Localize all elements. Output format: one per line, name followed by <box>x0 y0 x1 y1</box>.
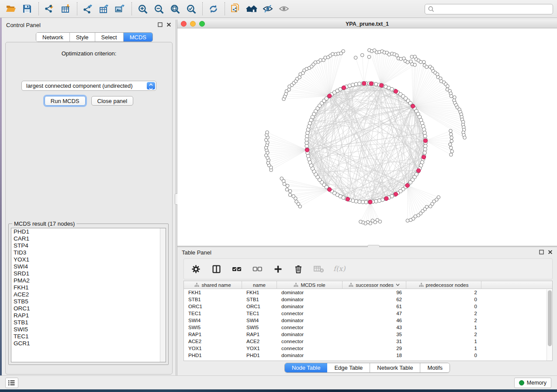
import-table-button[interactable] <box>59 2 72 15</box>
table-cell-shared_name: ACE2 <box>184 339 242 344</box>
window-close-icon[interactable] <box>181 21 187 27</box>
table-row[interactable]: ACE2ACE2connector311 <box>184 338 552 345</box>
table-row[interactable]: SWI5SWI5connector431 <box>184 324 552 331</box>
table-cell-name: FKH1 <box>242 290 277 295</box>
search-input[interactable] <box>435 5 553 13</box>
apply-layout-button[interactable] <box>207 2 220 15</box>
mcds-result-item[interactable]: TID3 <box>11 249 166 256</box>
mcds-result-item[interactable]: SRD1 <box>11 270 166 277</box>
zoom-out-button[interactable] <box>152 2 165 15</box>
mcds-result-item[interactable]: CAR1 <box>11 235 166 242</box>
control-panel-title: Control Panel <box>6 22 41 28</box>
zoom-fit-button[interactable] <box>168 2 181 15</box>
table-cell-successor_nodes: 18 <box>343 353 406 358</box>
table-row[interactable]: SWI4SWI4dominator462 <box>184 317 552 324</box>
control-panel-tab-network[interactable]: Network <box>36 33 70 41</box>
control-panel-tab-select[interactable]: Select <box>95 33 124 41</box>
table-row[interactable]: PHD1PHD1dominator180 <box>184 352 552 359</box>
mcds-result-item[interactable]: SWI5 <box>11 326 166 333</box>
node-table-scrollbar[interactable] <box>547 289 552 361</box>
table-cell-name: STB1 <box>242 297 277 302</box>
show-columns-button[interactable] <box>210 262 223 275</box>
table-row[interactable]: STB1STB1dominator620 <box>184 296 552 303</box>
memory-button[interactable]: Memory <box>514 378 551 388</box>
mcds-result-item[interactable]: FKH1 <box>11 284 166 291</box>
task-history-button[interactable] <box>5 378 18 388</box>
hide-graphics-details-button[interactable] <box>261 2 274 15</box>
mcds-result-item[interactable]: PHD1 <box>11 228 166 235</box>
criterion-select[interactable]: largest connected component (undirected) <box>21 81 156 91</box>
zoom-in-button[interactable] <box>136 2 149 15</box>
save-session-button[interactable] <box>21 2 34 15</box>
table-tab-edge-table[interactable]: Edge Table <box>327 363 370 372</box>
column-header-predecessor-nodes[interactable]: predecessor nodes <box>406 281 481 289</box>
select-all-button[interactable] <box>230 262 243 275</box>
table-options-button[interactable] <box>189 262 202 275</box>
network-canvas[interactable] <box>177 28 557 246</box>
memory-label: Memory <box>527 380 547 386</box>
float-panel-icon[interactable] <box>158 22 163 27</box>
import-network-button[interactable] <box>43 2 56 15</box>
control-panel-tab-style[interactable]: Style <box>70 33 95 41</box>
column-header-name[interactable]: name <box>242 281 277 289</box>
close-panel-icon[interactable] <box>166 22 171 27</box>
mcds-result-item[interactable]: YOX1 <box>11 256 166 263</box>
column-header-shared-name[interactable]: shared name <box>184 281 242 289</box>
table-row[interactable]: TEC1TEC1connector472 <box>184 310 552 317</box>
network-window-titlebar[interactable]: YPA_prune.txt_1 <box>177 20 557 28</box>
mcds-result-item[interactable]: ACE2 <box>11 291 166 298</box>
mcds-result-item[interactable]: STB1 <box>11 319 166 326</box>
table-cell-name: ACE2 <box>242 339 277 344</box>
mcds-result-item[interactable]: SWI4 <box>11 263 166 270</box>
close-panel-icon[interactable] <box>548 250 553 254</box>
run-mcds-button[interactable]: Run MCDS <box>45 96 86 106</box>
table-cell-predecessor_nodes: 0 <box>406 304 481 309</box>
open-session-button[interactable] <box>4 2 17 15</box>
table-cell-shared_name: STB1 <box>184 297 242 302</box>
export-network-button[interactable] <box>81 2 94 15</box>
delete-table-button <box>312 262 325 275</box>
show-hide-panels-button[interactable] <box>245 2 258 15</box>
table-tab-network-table[interactable]: Network Table <box>370 363 420 372</box>
mcds-result-item[interactable]: ORC1 <box>11 305 166 312</box>
table-cell-mcds_role: connector <box>277 346 343 351</box>
table-cell-name: ORC1 <box>242 304 277 309</box>
column-header-MCDS-role[interactable]: MCDS role <box>277 281 343 289</box>
table-row[interactable]: ORC1ORC1dominator610 <box>184 303 552 310</box>
create-column-button[interactable] <box>271 262 284 275</box>
toolbar-separator <box>38 2 39 15</box>
table-tab-node-table[interactable]: Node Table <box>285 363 328 372</box>
mcds-result-list[interactable]: PHD1CAR1STP4TID3YOX1SWI4SRD1PMA2FKH1ACE2… <box>11 228 166 362</box>
mcds-result-item[interactable]: PMA2 <box>11 277 166 284</box>
mcds-result-item[interactable]: TEC1 <box>11 333 166 340</box>
delete-columns-button[interactable] <box>292 262 305 275</box>
table-cell-predecessor_nodes: 2 <box>406 318 481 323</box>
table-cell-mcds_role: dominator <box>277 290 343 295</box>
mcds-result-item[interactable]: GCR1 <box>11 340 166 347</box>
mcds-result-item[interactable]: STP4 <box>11 242 166 249</box>
table-row[interactable]: YOX1YOX1connector291 <box>184 345 552 352</box>
column-header-successor-nodes[interactable]: successor nodes <box>343 281 406 289</box>
control-panel-tab-mcds[interactable]: MCDS <box>124 33 152 41</box>
table-tab-motifs[interactable]: Motifs <box>420 363 450 372</box>
network-graph[interactable] <box>177 28 557 246</box>
table-row[interactable]: RAP1RAP1dominator352 <box>184 331 552 338</box>
export-table-button[interactable] <box>97 2 111 15</box>
float-panel-icon[interactable] <box>539 250 544 254</box>
table-cell-successor_nodes: 61 <box>343 304 406 309</box>
close-panel-button[interactable]: Close panel <box>91 96 134 106</box>
mcds-result-item[interactable]: STB5 <box>11 298 166 305</box>
new-network-from-selection-button[interactable] <box>229 2 242 15</box>
mcds-result-item[interactable]: RAP1 <box>11 312 166 319</box>
window-minimize-icon[interactable] <box>190 21 196 27</box>
zoom-selected-button[interactable] <box>184 2 197 15</box>
deselect-all-button[interactable] <box>251 262 264 275</box>
show-graphics-details-button <box>277 2 291 15</box>
table-row[interactable]: FKH1FKH1dominator962 <box>184 289 552 296</box>
mcds-list-scrollbar[interactable] <box>160 228 166 362</box>
export-image-button[interactable] <box>114 2 127 15</box>
toolbar-separator <box>202 2 203 15</box>
table-cell-predecessor_nodes: 1 <box>406 339 481 344</box>
window-maximize-icon[interactable] <box>199 21 205 27</box>
node-table-scrollbar-thumb[interactable] <box>548 290 552 346</box>
